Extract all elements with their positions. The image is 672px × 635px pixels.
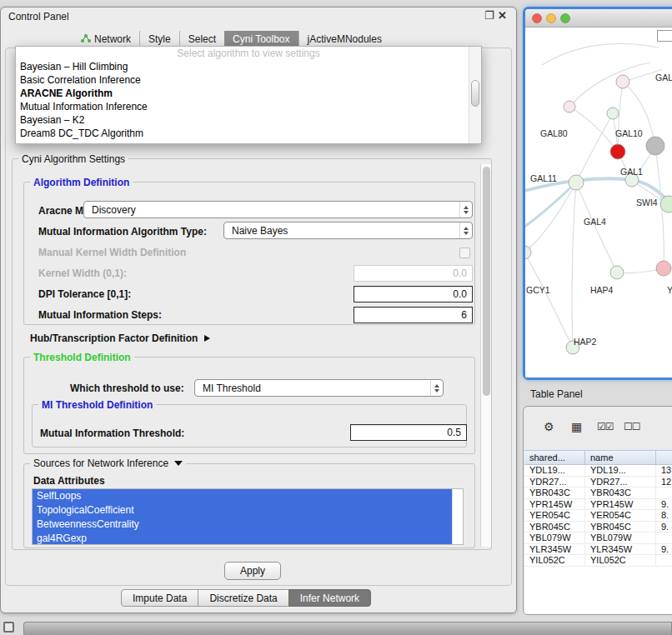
panel-dock-icon[interactable] [3,622,14,632]
tab-impute-data[interactable]: Impute Data [121,589,198,607]
apply-button[interactable]: Apply [224,562,281,580]
tab-infer-network[interactable]: Infer Network [288,589,371,607]
table-row[interactable]: YDR27... YDR27... 12 [524,477,672,488]
dpi-tolerance-field[interactable]: 0.0 [354,286,473,302]
traffic-light-minimize-icon[interactable] [547,14,556,23]
cell[interactable]: YER054C [585,510,656,521]
cell[interactable]: YDL19... [585,465,656,476]
hub-definition-toggle[interactable]: Hub/Transcription Factor Definition [30,332,210,344]
cell[interactable]: 8. [656,510,672,521]
cell[interactable]: YBR045C [585,522,656,532]
list-item-selected[interactable]: SelfLoops [33,489,452,503]
node-hap4[interactable] [610,266,624,279]
gear-icon[interactable]: ⚙ [544,421,554,432]
mi-type-combobox[interactable]: Naive Bayes [223,222,473,239]
cell[interactable]: YBR043C [524,488,585,498]
cell[interactable]: YER054C [524,510,585,521]
column-header-name[interactable]: name [585,451,656,464]
sources-toggle[interactable]: Sources for Network Inference [30,458,186,469]
column-header-shared-name[interactable]: shared... [524,451,585,464]
cell[interactable] [656,488,672,498]
list-item-selected[interactable]: gal4RGexp [33,532,452,545]
attribute-list-scrollbar[interactable] [452,489,463,544]
collapsed-panel-bar[interactable] [23,622,672,635]
table-row[interactable]: YBR045C YBR045C 9. [524,522,672,533]
algorithm-option[interactable]: Basic Correlation Inference [16,73,481,87]
table-row[interactable]: YLR345W YLR345W 9. [524,544,672,556]
cell[interactable]: YPR145W [585,499,656,510]
select-all-icon[interactable]: ☑☑ [597,421,614,432]
list-item-selected[interactable]: BetweennessCentrality [33,518,452,532]
combo-stepper-icon[interactable] [459,202,472,218]
cell[interactable]: YIL052C [524,555,585,566]
node-gal10-selected[interactable] [610,144,625,159]
cell[interactable]: 9. [656,522,672,532]
cell[interactable]: YIL052C [585,555,656,566]
algorithm-option[interactable]: Dream8 DC_TDC Algorithm [16,127,481,140]
column-chooser-icon[interactable]: ▦ [571,421,582,432]
combo-stepper-icon[interactable] [459,222,472,238]
algorithm-option-selected[interactable]: ARACNE Algorithm [16,87,481,100]
node-pink[interactable] [656,261,671,276]
settings-scrollbar-thumb[interactable] [483,167,490,396]
node[interactable] [607,108,619,119]
cell[interactable]: YDR27... [524,477,585,488]
popup-scrollbar-thumb[interactable] [471,80,479,107]
mi-threshold-field[interactable]: 0.5 [350,424,467,441]
which-threshold-combobox[interactable]: MI Threshold [194,379,444,397]
network-graph: GAL GAL80 GAL10 GAL11 GAL1 SWI4 GAL4 GCY… [525,28,672,378]
cell[interactable]: YDL19... [524,465,585,476]
table-row[interactable]: YDL19... YDL19... 13 [524,465,672,477]
kernel-width-field[interactable]: 0.0 [354,265,473,282]
cell[interactable]: 9. [656,544,672,555]
cell[interactable]: YBL079W [524,532,585,543]
node[interactable] [616,75,629,88]
cell[interactable]: YBR043C [585,488,656,498]
table-row[interactable]: YER054C YER054C 8. [524,510,672,522]
node-gal11[interactable] [569,175,584,190]
combo-stepper-icon[interactable] [430,380,443,396]
algorithm-option[interactable]: Bayesian – Hill Climbing [16,60,481,73]
table-row[interactable]: YBR043C YBR043C [524,488,672,499]
cell[interactable] [656,555,672,566]
algorithm-option[interactable]: Mutual Information Inference [16,100,481,113]
traffic-light-zoom-icon[interactable] [561,14,570,23]
table-row[interactable]: YIL052C YIL052C [524,555,672,567]
popup-scrollbar[interactable] [469,47,481,143]
expanded-arrow-icon[interactable] [174,461,183,466]
cell[interactable] [656,532,672,543]
node-gray[interactable] [646,137,664,155]
clear-selection-icon[interactable]: ☐☐ [624,421,640,432]
network-canvas[interactable]: GAL GAL80 GAL10 GAL11 GAL1 SWI4 GAL4 GCY… [525,28,672,378]
cell[interactable]: YDR27... [585,477,656,488]
cell[interactable]: 9. [656,499,672,510]
collapsed-arrow-icon[interactable] [204,335,210,342]
aracne-mode-combobox[interactable]: Discovery [83,201,473,218]
algorithm-option[interactable]: Bayesian – K2 [16,113,481,127]
cell[interactable]: 12 [656,477,672,488]
data-attributes-label: Data Attributes [33,475,105,487]
table-row[interactable]: YPR145W YPR145W 9. [524,499,672,511]
column-header-cut[interactable] [656,451,672,464]
tab-discretize-data[interactable]: Discretize Data [198,589,288,607]
cell[interactable]: YLR345W [585,544,656,555]
list-item-selected[interactable]: TopologicalCoefficient [33,503,452,518]
mi-steps-field[interactable]: 6 [354,307,473,323]
settings-scrollbar[interactable] [480,164,491,547]
cell[interactable]: YPR145W [524,499,585,510]
algorithm-definition-title: Algorithm Definition [30,177,133,188]
network-window-titlebar[interactable] [525,9,672,28]
node-label: GAL1 [620,167,643,177]
table-row[interactable]: YBL079W YBL079W [524,532,672,544]
data-attributes-list[interactable]: SelfLoops TopologicalCoefficient Between… [32,488,464,545]
cell[interactable]: YBR045C [524,522,585,532]
traffic-light-close-icon[interactable] [533,14,542,23]
window-title: Control Panel [8,11,69,22]
float-window-icon[interactable]: ❐ [484,9,494,22]
cell[interactable]: YLR345W [524,544,585,555]
manual-kernel-checkbox[interactable] [459,248,470,258]
cell[interactable]: YBL079W [585,532,656,543]
close-window-icon[interactable]: ✕ [498,9,507,22]
node[interactable] [564,101,575,112]
cell[interactable]: 13 [656,465,672,476]
